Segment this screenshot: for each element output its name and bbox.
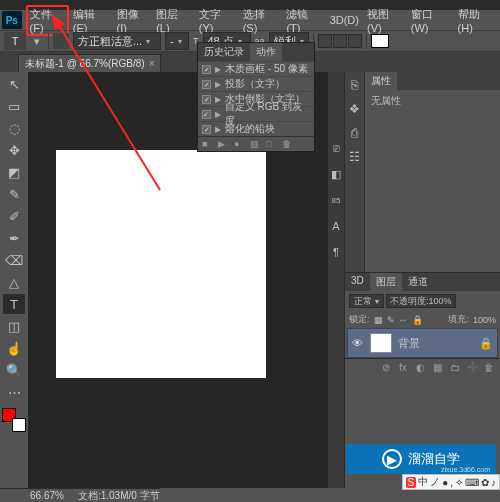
action-toggle[interactable]: ✓	[202, 125, 211, 134]
quick-select-tool[interactable]: ✥	[3, 140, 25, 160]
lock-pixels-icon[interactable]: ▦	[374, 315, 383, 325]
ime-btn[interactable]: ●	[442, 477, 448, 488]
document-info[interactable]: 文档:1.03M/0 字节	[78, 489, 160, 503]
menu-edit[interactable]: 编辑(E)	[69, 5, 113, 36]
expand-icon[interactable]: ▶	[215, 125, 221, 134]
group-icon[interactable]: 🗀	[450, 362, 462, 374]
ime-btn[interactable]: ,	[450, 477, 453, 488]
text-color-swatch[interactable]	[371, 34, 389, 48]
current-tool-icon[interactable]: T	[4, 32, 26, 50]
play-icon[interactable]: ▶	[218, 139, 228, 149]
align-left-button[interactable]	[318, 34, 332, 48]
eyedropper-tool[interactable]: ✎	[3, 184, 25, 204]
menu-3d[interactable]: 3D(D)	[326, 12, 363, 28]
eraser-tool[interactable]: ⌫	[3, 250, 25, 270]
lock-position-icon[interactable]: ↔	[399, 315, 408, 325]
tab-properties[interactable]: 属性	[365, 72, 397, 90]
zoom-level[interactable]: 66.67%	[30, 490, 64, 501]
lasso-tool[interactable]: ◌	[3, 118, 25, 138]
tab-3d[interactable]: 3D	[345, 273, 370, 291]
panel-icon[interactable]: ❖	[347, 100, 363, 118]
menu-layer[interactable]: 图层(L)	[152, 5, 195, 36]
gradient-tool[interactable]: △	[3, 272, 25, 292]
action-row[interactable]: ✓▶投影（文字）	[198, 76, 314, 91]
color-swatches[interactable]	[2, 408, 26, 432]
panel-icon[interactable]: ⎙	[347, 124, 363, 142]
ime-btn[interactable]: ノ	[430, 475, 440, 489]
paragraph-panel-icon[interactable]: ¶	[330, 246, 342, 258]
tool-preset-dropdown[interactable]: ▾	[30, 35, 44, 48]
expand-icon[interactable]: ▶	[215, 65, 221, 74]
trash-icon[interactable]: 🗑	[484, 362, 496, 374]
font-style-select[interactable]: -▾	[165, 32, 189, 50]
align-right-button[interactable]	[348, 34, 362, 48]
action-toggle[interactable]: ✓	[202, 95, 211, 104]
ime-tray[interactable]: S 中 ノ ● , ✧ ⌨ ✿ ♪	[402, 474, 501, 490]
zoom-tool[interactable]: 🔍	[3, 360, 25, 380]
hand-tool[interactable]: ☝	[3, 338, 25, 358]
menu-view[interactable]: 视图(V)	[363, 5, 407, 36]
crop-tool[interactable]: ◩	[3, 162, 25, 182]
layer-mask-icon[interactable]: ◐	[416, 362, 428, 374]
close-tab-icon[interactable]: ×	[149, 58, 155, 69]
lock-all-icon[interactable]: 🔒	[412, 315, 423, 325]
menu-image[interactable]: 图像(I)	[113, 5, 153, 36]
pencil-tool[interactable]: ✒	[3, 228, 25, 248]
layer-row[interactable]: 👁 背景 🔒	[347, 328, 498, 358]
tab-layers[interactable]: 图层	[370, 273, 402, 291]
new-action-icon[interactable]: □	[266, 139, 276, 149]
brush-tool[interactable]: ✐	[3, 206, 25, 226]
type-tool[interactable]: T	[3, 294, 25, 314]
layer-thumbnail[interactable]	[370, 333, 392, 353]
action-toggle[interactable]: ✓	[202, 110, 211, 119]
ime-btn[interactable]: ♪	[491, 477, 496, 488]
ime-btn[interactable]: ⌨	[465, 477, 479, 488]
new-layer-icon[interactable]: ➕	[467, 362, 479, 374]
move-tool[interactable]: ↖	[3, 74, 25, 94]
panel-icon[interactable]: ◧	[330, 168, 342, 180]
tab-history[interactable]: 历史记录	[198, 43, 250, 61]
menu-window[interactable]: 窗口(W)	[407, 5, 454, 36]
shape-tool[interactable]: ◫	[3, 316, 25, 336]
background-color[interactable]	[12, 418, 26, 432]
action-row[interactable]: ✓▶自定义 RGB 到灰度	[198, 106, 314, 121]
tab-actions[interactable]: 动作	[250, 43, 282, 61]
more-tools[interactable]: ⋯	[3, 382, 25, 402]
expand-icon[interactable]: ▶	[215, 95, 221, 104]
adjustment-layer-icon[interactable]: ▦	[433, 362, 445, 374]
menu-filter[interactable]: 滤镜(T)	[282, 5, 325, 36]
marquee-tool[interactable]: ▭	[3, 96, 25, 116]
document-tab[interactable]: 未标题-1 @ 66.7%(RGB/8) ×	[18, 54, 161, 72]
ime-btn[interactable]: ✿	[481, 477, 489, 488]
menu-select[interactable]: 选择(S)	[239, 5, 283, 36]
action-toggle[interactable]: ✓	[202, 80, 211, 89]
ime-lang[interactable]: 中	[418, 475, 428, 489]
character-panel-icon[interactable]: A	[330, 220, 342, 232]
opacity-field[interactable]: 不透明度:100%	[386, 294, 456, 308]
link-layers-icon[interactable]: ⊘	[382, 362, 394, 374]
panel-icon[interactable]: ⎘	[347, 76, 363, 94]
document-canvas[interactable]	[56, 150, 266, 378]
tab-channels[interactable]: 通道	[402, 273, 434, 291]
actions-panel[interactable]: 历史记录 动作 ✓▶木质画框 - 50 像素 ✓▶投影（文字） ✓▶水中倒影（文…	[197, 42, 315, 152]
visibility-icon[interactable]: 👁	[352, 337, 364, 349]
lock-paint-icon[interactable]: ✎	[387, 315, 395, 325]
ime-icon[interactable]: S	[406, 477, 417, 488]
action-toggle[interactable]: ✓	[202, 65, 211, 74]
blend-mode-select[interactable]: 正常▾	[349, 294, 384, 308]
stop-icon[interactable]: ■	[202, 139, 212, 149]
record-icon[interactable]: ●	[234, 139, 244, 149]
menu-file[interactable]: 文件(F)	[26, 5, 69, 36]
menu-type[interactable]: 文字(Y)	[195, 5, 239, 36]
panel-icon[interactable]: ⎚	[330, 142, 342, 154]
orientation-toggle[interactable]	[53, 33, 69, 49]
ime-btn[interactable]: ✧	[455, 477, 463, 488]
new-set-icon[interactable]: ▧	[250, 139, 260, 149]
align-center-button[interactable]	[333, 34, 347, 48]
menu-help[interactable]: 帮助(H)	[454, 5, 498, 36]
panel-icon[interactable]: 85	[330, 194, 342, 206]
layer-style-icon[interactable]: fx	[399, 362, 411, 374]
trash-icon[interactable]: 🗑	[282, 139, 292, 149]
font-family-select[interactable]: 方正粗活意...▾	[73, 32, 161, 50]
panel-icon[interactable]: ☷	[347, 148, 363, 166]
